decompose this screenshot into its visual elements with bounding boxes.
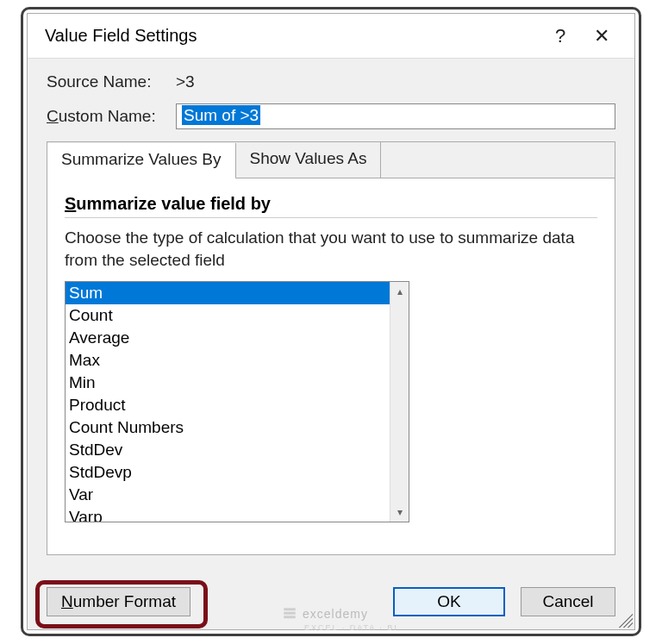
watermark-sub: EXCEL · DATA · BI: [304, 623, 398, 632]
list-item[interactable]: Var: [66, 484, 391, 506]
custom-name-row: Custom Name: Sum of >3: [47, 103, 615, 129]
list-item[interactable]: Average: [66, 327, 391, 349]
list-item[interactable]: StdDevp: [66, 461, 391, 484]
watermark: exceldemy: [282, 606, 368, 622]
titlebar: Value Field Settings ? ✕: [28, 14, 634, 59]
list-item[interactable]: StdDev: [66, 439, 391, 461]
help-button[interactable]: ?: [540, 16, 581, 57]
resize-grip-icon[interactable]: [619, 614, 633, 628]
tab-summarize-values-by[interactable]: Summarize Values By: [47, 143, 236, 179]
tab-show-values-as[interactable]: Show Values As: [236, 142, 382, 178]
scroll-up-icon[interactable]: ▴: [390, 282, 409, 301]
number-format-button[interactable]: Number Format: [47, 587, 190, 616]
custom-name-value: Sum of >3: [182, 105, 260, 125]
list-item[interactable]: Count: [66, 304, 391, 327]
source-name-label: Source Name:: [47, 72, 176, 91]
ok-button[interactable]: OK: [393, 587, 505, 616]
listbox-inner: SumCountAverageMaxMinProductCount Number…: [66, 282, 391, 522]
list-item[interactable]: Count Numbers: [66, 416, 391, 439]
section-title: Summarize value field by: [65, 194, 597, 218]
tab-body: Summarize value field by Choose the type…: [47, 178, 615, 538]
function-listbox[interactable]: SumCountAverageMaxMinProductCount Number…: [65, 281, 409, 522]
custom-name-label: Custom Name:: [47, 107, 176, 126]
tab-strip: Summarize Values By Show Values As: [47, 142, 615, 178]
scrollbar[interactable]: ▴ ▾: [390, 282, 409, 522]
dialog: Value Field Settings ? ✕ Source Name: >3…: [27, 13, 635, 630]
tab-container: Summarize Values By Show Values As Summa…: [47, 141, 615, 555]
source-name-row: Source Name: >3: [47, 72, 615, 91]
section-hint: Choose the type of calculation that you …: [65, 227, 597, 271]
dialog-title: Value Field Settings: [45, 26, 540, 46]
dialog-content: Source Name: >3 Custom Name: Sum of >3 S…: [28, 59, 634, 555]
list-item[interactable]: Varp: [66, 506, 391, 522]
list-item[interactable]: Min: [66, 372, 391, 394]
watermark-logo-icon: [282, 606, 297, 622]
outer-frame: Value Field Settings ? ✕ Source Name: >3…: [21, 7, 641, 636]
custom-name-input[interactable]: Sum of >3: [176, 103, 615, 129]
list-item[interactable]: Product: [66, 394, 391, 416]
list-item[interactable]: Sum: [66, 282, 391, 304]
cancel-button[interactable]: Cancel: [521, 587, 615, 616]
source-name-value: >3: [176, 72, 195, 91]
close-button[interactable]: ✕: [581, 16, 622, 57]
scroll-down-icon[interactable]: ▾: [390, 503, 409, 522]
list-item[interactable]: Max: [66, 349, 391, 372]
